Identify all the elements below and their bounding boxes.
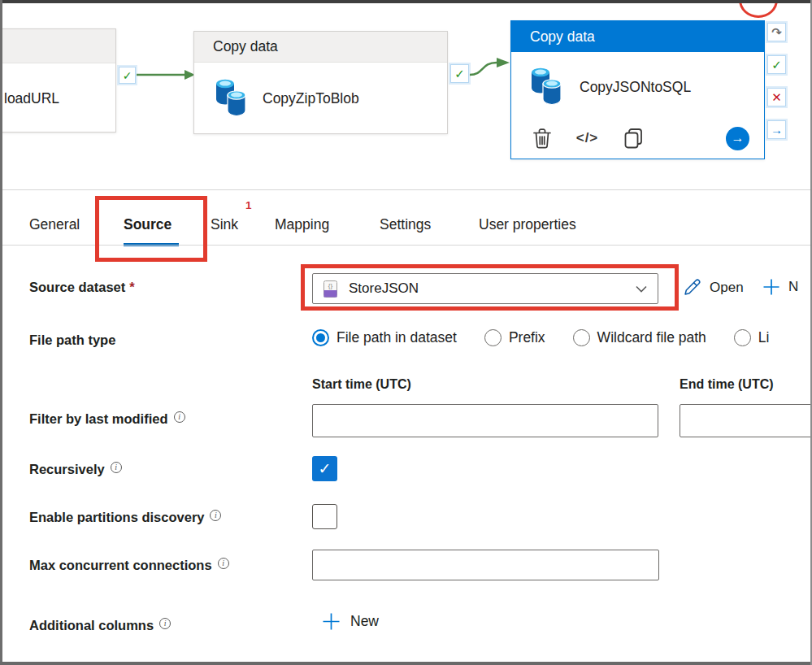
json-dataset-icon: {} <box>323 280 337 298</box>
info-icon: i <box>210 510 221 521</box>
pipeline-editor: loadURL ✓ Copy data Co <box>0 0 812 665</box>
radio-icon <box>734 329 751 346</box>
source-dataset-label: Source dataset* <box>29 280 135 295</box>
activity-toolbar: </> → <box>531 124 749 153</box>
file-path-type-label: File path type <box>29 332 115 348</box>
check-icon: ✓ <box>319 459 332 478</box>
skip-output-port[interactable]: ↷ <box>767 23 786 41</box>
radio-prefix[interactable]: Prefix <box>484 329 545 346</box>
max-concurrent-connections-label: Max concurrent connectionsi <box>29 558 229 573</box>
activity-loadurl[interactable]: loadURL <box>0 28 116 133</box>
new-dataset-button[interactable]: N <box>762 278 798 296</box>
skip-arrow-icon: ↷ <box>771 25 782 40</box>
tab-bottom-divider <box>0 245 812 246</box>
activity-copyziptoblob-name: CopyZipToBlob <box>263 90 359 107</box>
start-time-label: Start time (UTC) <box>312 377 411 392</box>
radio-wildcard-file-path[interactable]: Wildcard file path <box>573 329 706 346</box>
activity-copyjsontosql[interactable]: Copy data CopyJSONtoSQL <box>510 20 765 159</box>
code-button[interactable]: </> <box>576 130 598 146</box>
open-dataset-button[interactable]: Open <box>683 278 744 297</box>
tab-mapping[interactable]: Mapping <box>275 213 329 236</box>
new-column-label: New <box>350 613 379 630</box>
end-time-label: End time (UTC) <box>680 377 774 392</box>
add-additional-column-button[interactable]: New <box>322 612 379 631</box>
info-icon: i <box>218 558 229 569</box>
completion-output-port[interactable]: → <box>767 120 786 139</box>
code-icon: </> <box>576 130 599 146</box>
check-icon: ✓ <box>123 69 132 82</box>
sink-error-badge: 1 <box>245 199 252 211</box>
enable-partitions-discovery-label: Enable partitions discoveryi <box>29 510 221 525</box>
max-concurrent-connections-input[interactable] <box>312 550 659 580</box>
screenshot-border <box>0 662 812 665</box>
tab-general[interactable]: General <box>29 213 80 236</box>
plus-icon <box>762 278 780 296</box>
failure-output-port[interactable]: ✕ <box>767 88 786 106</box>
info-icon: i <box>174 411 185 423</box>
open-label: Open <box>710 280 744 296</box>
screenshot-border <box>0 0 2 665</box>
info-icon: i <box>111 462 122 473</box>
arrow-right-icon: → <box>771 123 783 137</box>
check-icon: ✓ <box>454 67 465 81</box>
tab-source[interactable]: Source <box>124 213 172 236</box>
cross-icon: ✕ <box>771 90 782 105</box>
clone-button[interactable] <box>622 128 644 150</box>
pencil-icon <box>683 278 701 297</box>
navigate-button[interactable]: → <box>726 127 749 150</box>
success-output-port[interactable]: ✓ <box>767 55 786 74</box>
braces-glyph: {} <box>328 282 333 289</box>
radio-list-of-files[interactable]: Li <box>734 329 770 346</box>
recursively-label: Recursivelyi <box>29 462 122 477</box>
success-output-port[interactable]: ✓ <box>119 67 136 84</box>
arrow-right-icon: → <box>732 131 745 146</box>
activity-type-label: Copy data <box>530 28 595 46</box>
start-time-input[interactable] <box>312 404 658 437</box>
required-marker: * <box>129 280 134 294</box>
check-icon: ✓ <box>771 58 782 72</box>
activity-copyjsontosql-name: CopyJSONtoSQL <box>580 79 691 96</box>
activity-loadurl-header <box>0 29 115 63</box>
source-dataset-value: StoreJSON <box>349 280 419 297</box>
plus-icon <box>322 612 341 631</box>
connector-arrow <box>136 67 196 82</box>
activity-copyjsontosql-header: Copy data <box>511 21 764 52</box>
radio-file-path-in-dataset[interactable]: File path in dataset <box>312 329 457 346</box>
screenshot-border <box>0 0 812 3</box>
tab-user-properties[interactable]: User properties <box>479 213 576 236</box>
copy-data-icon <box>529 65 563 110</box>
activity-copyziptoblob[interactable]: Copy data CopyZipToBlob <box>193 31 448 134</box>
tab-settings[interactable]: Settings <box>380 213 431 236</box>
activity-type-label: Copy data <box>213 38 278 55</box>
success-output-port[interactable]: ✓ <box>450 64 469 83</box>
activity-loadurl-name: loadURL <box>4 63 59 133</box>
delete-button[interactable] <box>531 128 553 150</box>
connector-arrow <box>469 54 511 78</box>
activity-copyziptoblob-header: Copy data <box>194 32 447 63</box>
recursively-checkbox[interactable]: ✓ <box>312 456 337 481</box>
end-time-input[interactable] <box>680 404 812 437</box>
source-dataset-select[interactable]: {} StoreJSON <box>312 273 658 304</box>
info-icon: i <box>159 618 171 629</box>
filter-by-last-modified-label: Filter by last modifiedi <box>29 411 185 427</box>
radio-icon <box>484 329 502 346</box>
additional-columns-label: Additional columnsi <box>29 618 171 633</box>
chevron-down-icon <box>636 285 647 293</box>
tab-sink[interactable]: Sink <box>211 213 238 236</box>
new-dataset-label: N <box>788 279 798 295</box>
copy-data-icon <box>214 76 248 121</box>
file-path-type-radio-group: File path in dataset Prefix Wildcard fil… <box>312 329 769 346</box>
panel-divider <box>0 189 812 190</box>
radio-icon <box>573 329 590 346</box>
partitions-discovery-checkbox[interactable] <box>312 504 337 529</box>
radio-selected-icon <box>312 329 329 346</box>
